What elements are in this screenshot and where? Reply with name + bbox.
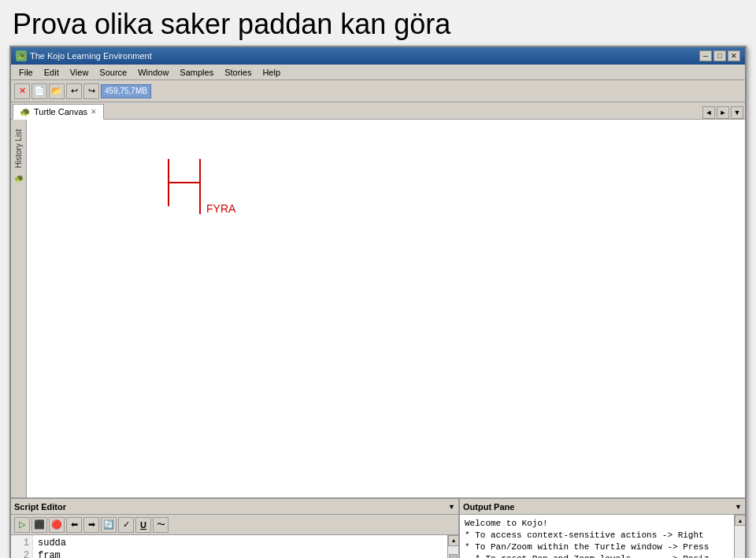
new-button[interactable]: 📄 xyxy=(32,83,47,99)
maximize-button[interactable]: □ xyxy=(713,50,726,61)
output-line-4: * To reset Pan and Zoom levels -> Resiz xyxy=(465,553,729,558)
title-bar: 🐢 The Kojo Learning Environment ─ □ ✕ xyxy=(11,47,745,65)
output-pane: Output Pane ▼ Welcome to Kojo! * To acce… xyxy=(460,499,745,558)
menu-window[interactable]: Window xyxy=(133,67,173,78)
history-sidebar: History List 🐢 xyxy=(11,120,27,497)
tab-nav-down[interactable]: ▼ xyxy=(731,106,743,119)
output-pane-header: Output Pane ▼ xyxy=(460,499,745,515)
minimize-button[interactable]: ─ xyxy=(699,50,712,61)
tab-close-icon[interactable]: ✕ xyxy=(91,108,97,116)
line-numbers: 12345 678910 1112131415 1617 xyxy=(11,535,33,558)
code-area[interactable]: 12345 678910 1112131415 1617 sudda fram … xyxy=(11,535,458,558)
menu-source[interactable]: Source xyxy=(94,67,132,78)
tab-nav-right[interactable]: ► xyxy=(717,106,729,119)
script-editor: Script Editor ▼ ▷ ⬛ 🔴 ⬅ ➡ 🔄 ✓ U 〜 12345 … xyxy=(11,499,460,558)
scroll-up-button[interactable]: ▲ xyxy=(448,535,458,546)
check-button[interactable]: ✓ xyxy=(118,517,134,533)
page-title: Prova olika saker paddan kan göra xyxy=(0,0,756,46)
code-lines[interactable]: sudda fram fram vanster fram fram hoger … xyxy=(33,535,447,558)
close-button[interactable]: ✕ xyxy=(728,50,740,61)
output-scroll-track[interactable] xyxy=(735,526,745,558)
wave-button[interactable]: 〜 xyxy=(153,517,169,533)
scroll-track[interactable] xyxy=(448,546,458,558)
output-pane-title: Output Pane xyxy=(463,502,514,512)
address-bar: 459,75,7MB xyxy=(101,84,151,98)
tab-icon: 🐢 xyxy=(20,107,31,117)
script-editor-collapse[interactable]: ▼ xyxy=(448,503,455,511)
main-content: History List 🐢 FYRA xyxy=(11,120,745,497)
code-line-1: sudda xyxy=(38,537,443,549)
toolbar: ✕ 📄 📂 ↩ ↪ 459,75,7MB xyxy=(11,80,745,102)
undo-button[interactable]: ↩ xyxy=(66,83,82,99)
open-button[interactable]: 📂 xyxy=(49,83,65,99)
script-editor-title: Script Editor xyxy=(14,502,66,512)
tab-turtle-canvas[interactable]: 🐢 Turtle Canvas ✕ xyxy=(13,104,104,120)
refresh-button[interactable]: 🔄 xyxy=(101,517,117,533)
output-line-3: * To Pan/Zoom within the Turtle window -… xyxy=(465,541,729,553)
output-line-2: * To access context-sensitive actions ->… xyxy=(465,530,729,541)
debug-button[interactable]: 🔴 xyxy=(49,517,65,533)
menu-samples[interactable]: Samples xyxy=(175,67,218,78)
underline-button[interactable]: U xyxy=(135,517,151,533)
stop-button[interactable]: ✕ xyxy=(14,83,30,99)
window-title: The Kojo Learning Environment xyxy=(30,51,152,61)
kojo-window: 🐢 The Kojo Learning Environment ─ □ ✕ Fi… xyxy=(9,46,747,558)
tab-nav-left[interactable]: ◄ xyxy=(702,106,715,119)
script-editor-header: Script Editor ▼ xyxy=(11,499,458,515)
output-scroll-up[interactable]: ▲ xyxy=(735,515,745,526)
stop-script-button[interactable]: ⬛ xyxy=(32,517,47,533)
output-collapse-icon[interactable]: ▼ xyxy=(735,503,742,511)
history-icon: 🐢 xyxy=(14,174,24,183)
bottom-panels: Script Editor ▼ ▷ ⬛ 🔴 ⬅ ➡ 🔄 ✓ U 〜 12345 … xyxy=(11,497,745,558)
run-button[interactable]: ▷ xyxy=(14,517,30,533)
menu-stories[interactable]: Stories xyxy=(220,67,256,78)
editor-scrollbar[interactable]: ▲ ▼ xyxy=(447,535,458,558)
code-line-2: fram xyxy=(38,549,443,558)
output-line-1: Welcome to Kojo! xyxy=(465,518,729,530)
tab-label: Turtle Canvas xyxy=(34,107,87,116)
output-content: Welcome to Kojo! * To access context-sen… xyxy=(460,515,734,558)
scroll-thumb[interactable] xyxy=(449,554,458,558)
step-forward-button[interactable]: ➡ xyxy=(83,517,99,533)
turtle-drawing: FYRA xyxy=(161,151,318,249)
redo-button[interactable]: ↪ xyxy=(83,83,99,99)
script-editor-toolbar: ▷ ⬛ 🔴 ⬅ ➡ 🔄 ✓ U 〜 xyxy=(11,515,458,535)
menu-edit[interactable]: Edit xyxy=(39,67,64,78)
step-back-button[interactable]: ⬅ xyxy=(66,517,82,533)
history-list-label: History List xyxy=(14,129,23,168)
window-icon: 🐢 xyxy=(16,50,27,61)
menu-help[interactable]: Help xyxy=(258,67,285,78)
menu-view[interactable]: View xyxy=(65,67,94,78)
output-scrollbar[interactable]: ▲ ▼ xyxy=(734,515,745,558)
menu-bar: File Edit View Source Window Samples Sto… xyxy=(11,65,745,80)
svg-text:FYRA: FYRA xyxy=(206,202,236,215)
tab-bar: 🐢 Turtle Canvas ✕ ◄ ► ▼ xyxy=(11,102,745,120)
menu-file[interactable]: File xyxy=(14,67,38,78)
canvas-area[interactable]: FYRA xyxy=(27,120,745,497)
